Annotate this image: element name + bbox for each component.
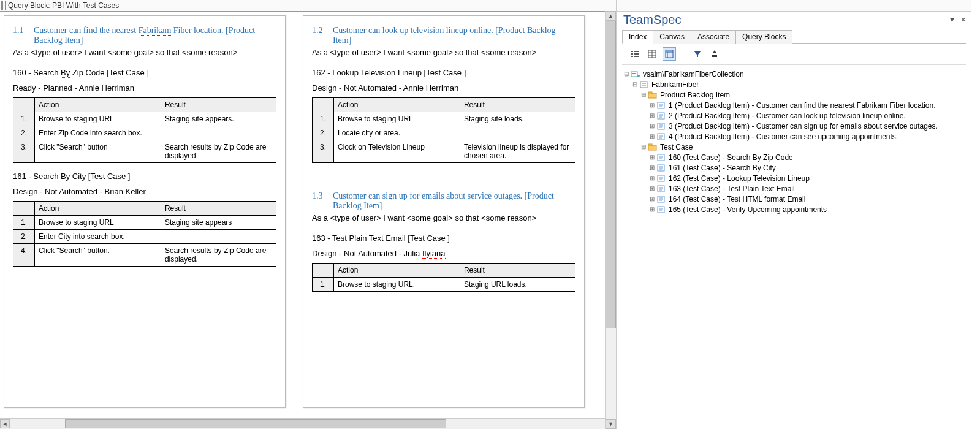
collapse-icon[interactable] [631,80,639,89]
tab-associate[interactable]: Associate [691,30,736,44]
svg-rect-14 [712,55,717,57]
step-num: 4. [13,244,35,267]
expand-icon[interactable] [648,101,656,110]
filter-icon[interactable] [691,47,704,61]
tab-canvas[interactable]: Canvas [653,30,691,44]
view-list-icon[interactable] [628,47,642,61]
expand-icon[interactable] [648,153,656,162]
table-row: 3.Clock on Television LineupTelevision l… [313,140,575,163]
tree-node[interactable]: 3 (Product Backlog Item) - Customer can … [622,121,966,131]
testcase-title: 160 - Search By Zip Code [Test Case ] [13,68,276,77]
tree-node[interactable]: 1 (Product Backlog Item) - Customer can … [622,100,966,110]
expand-icon[interactable] [648,184,656,193]
step-action: Browse to staging URL [35,112,161,126]
table-row: 3.Click "Search" buttonSearch results by… [13,140,276,163]
tree-node[interactable]: 165 (Test Case) - Verify Upcoming appoin… [622,204,966,214]
tree-node[interactable]: Product Backlog Item [622,89,966,100]
expand-icon[interactable] [648,122,656,131]
view-table-icon[interactable] [645,47,659,61]
svg-marker-13 [694,51,701,57]
page[interactable]: 1.2Customer can look up television lineu… [303,15,585,408]
heading-title: Customer can look up television lineup o… [333,26,575,45]
scroll-track[interactable] [10,419,606,428]
col-blank [13,202,35,216]
tree-node[interactable]: 2 (Product Backlog Item) - Customer can … [622,110,966,121]
tree-node[interactable]: 163 (Test Case) - Test Plain Text Email [622,183,966,194]
tree-label: 2 (Product Backlog Item) - Customer can … [667,112,906,120]
document-tab[interactable]: Query Block: PBI With Test Cases [0,0,616,12]
vertical-scrollbar[interactable]: ▲ ▼ [605,11,616,429]
pane-close-icon[interactable]: ✕ [959,16,967,24]
tree-label: 1 (Product Backlog Item) - Customer can … [667,101,936,110]
tab-query-blocks[interactable]: Query Blocks [735,30,792,44]
scroll-thumb[interactable] [606,21,616,328]
tree-view[interactable]: vsalm\FabrikamFiberCollectionFabrikamFib… [617,65,971,429]
svg-rect-18 [632,75,636,75]
wi-icon [656,164,666,172]
wi-icon [656,132,666,141]
server-icon [631,70,640,78]
step-num: 1. [13,112,35,126]
tree-node[interactable]: FabrikamFiber [622,79,966,89]
svg-rect-1 [634,51,639,52]
tree-node[interactable]: 164 (Test Case) - Test HTML format Email [622,194,966,204]
collapse-icon[interactable] [622,70,631,78]
insert-icon[interactable] [708,47,721,61]
pbi-body: As a <type of user> I want <some goal> s… [312,213,575,222]
scroll-left-icon[interactable]: ◄ [0,419,10,428]
col-result: Result [161,202,276,216]
step-action: Clock on Television Lineup [334,140,460,163]
expand-icon[interactable] [648,205,656,214]
tree-label: FabrikamFiber [650,80,699,89]
tree-node[interactable]: 160 (Test Case) - Search By Zip Code [622,152,966,162]
expand-icon[interactable] [648,195,656,203]
tree-node[interactable]: 4 (Product Backlog Item) - Customer can … [622,131,966,142]
expand-icon[interactable] [648,164,656,172]
svg-rect-20 [640,82,647,88]
tree-label: 4 (Product Backlog Item) - Customer can … [667,132,898,141]
step-result: Television lineup is displayed for chose… [460,140,575,163]
tab-index[interactable]: Index [622,30,653,44]
grip-icon[interactable] [1,1,6,10]
col-action: Action [334,98,460,112]
table-row: 1.Browse to staging URLStaging site load… [313,112,575,126]
expand-icon[interactable] [648,132,656,141]
table-row: 1.Browse to staging URL.Staging URL load… [313,278,575,292]
tree-node[interactable]: Test Case [622,142,966,152]
scroll-thumb[interactable] [65,419,446,428]
step-action: Locate city or area. [334,126,460,140]
expand-icon[interactable] [648,174,656,183]
collapse-icon[interactable] [639,143,648,151]
document-body[interactable]: 1.1Customer can find the nearest Fabrika… [0,12,616,418]
expand-icon[interactable] [648,112,656,120]
col-action: Action [35,202,161,216]
steps-table: ActionResult1.Browse to staging URLStagi… [312,97,575,163]
horizontal-scrollbar[interactable]: ◄ ► [0,418,616,429]
svg-point-19 [637,75,640,77]
step-action: Click "Search" button [35,140,161,163]
tree-label: Product Backlog Item [659,91,730,99]
folder-icon [648,143,658,151]
scroll-up-icon[interactable]: ▲ [606,11,616,21]
step-result: Staging URL loads. [460,278,575,292]
step-result: Staging site appears [161,216,276,230]
table-row: 2.Enter City into search box. [13,230,276,244]
wi-icon [656,122,666,131]
heading-number: 1.3 [312,191,333,211]
scroll-track[interactable] [606,21,616,419]
view-tree-icon[interactable] [663,47,676,61]
tree-label: 163 (Test Case) - Test Plain Text Email [667,184,795,193]
pbi-heading: 1.2Customer can look up television lineu… [312,26,575,45]
pane-menu-icon[interactable]: ▼ [948,16,957,24]
tree-node[interactable]: vsalm\FabrikamFiberCollection [622,69,966,79]
tree-node[interactable]: 161 (Test Case) - Search By City [622,162,966,173]
svg-rect-16 [631,72,637,77]
step-action: Click "Search" button. [35,244,161,267]
page[interactable]: 1.1Customer can find the nearest Fabrika… [4,15,286,408]
tree-node[interactable]: 162 (Test Case) - Lookup Television Line… [622,173,966,183]
collapse-icon[interactable] [639,91,648,99]
tree-label: 3 (Product Backlog Item) - Customer can … [667,122,938,131]
svg-rect-3 [634,53,639,55]
folder-icon [648,91,658,99]
scroll-down-icon[interactable]: ▼ [606,419,616,429]
